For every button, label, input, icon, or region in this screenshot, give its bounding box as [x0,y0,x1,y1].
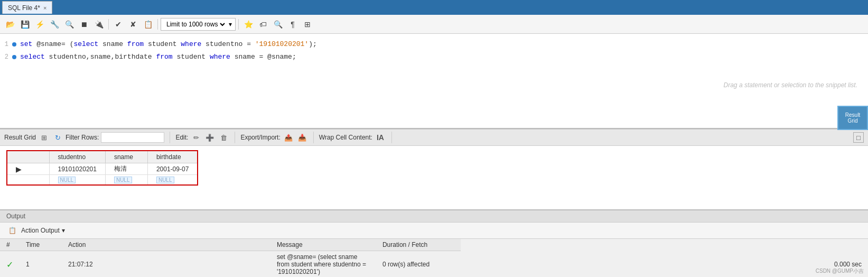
rollback-button[interactable]: ✘ [126,17,140,31]
sql-editor[interactable]: 1 set @sname= (select sname from student… [0,34,868,129]
separator2 [157,19,158,30]
col-head-duration: Duration / Fetch [376,239,461,251]
tab-label: SQL File 4* [8,4,40,12]
main-toolbar: 📂 💾 ⚡ 🔧 🔍 ⏹ 🔌 ✔ ✘ 📋 Limit to 1000 rows D… [0,15,868,34]
find-button[interactable]: 🔍 [271,17,285,31]
col-head-action: Action [62,239,270,251]
stop-button[interactable]: ⏹ [77,17,91,31]
col-header-sname: sname [105,151,147,163]
table-row: ▶ 19101020201 梅清 2001-09-07 [7,163,198,175]
kw-where1: where [181,40,201,48]
watermark: CSDN @GUMP小吉 [816,267,864,275]
cell-studentno-1: 19101020201 [49,163,105,175]
cell-sname-null: NULL [105,175,147,186]
tab-close-button[interactable]: × [43,5,46,11]
filter-rows-input[interactable] [101,132,164,143]
col-head-message: Message [270,239,376,251]
action-output-label: Action Output [21,227,60,234]
refresh-button[interactable]: ↻ [52,132,63,143]
execute-current-button[interactable]: 🔧 [48,17,61,31]
col-head-time: Time [20,239,62,251]
result-grid-section: Result Grid ⊞ ↻ Filter Rows: [4,132,170,143]
separator3 [238,19,239,30]
line-dot-1 [11,42,18,47]
tab-bar: SQL File 4* × [0,0,868,15]
star-button[interactable]: ⭐ [241,17,255,31]
result-table: studentno sname birthdate ▶ 19101020201 … [6,150,198,186]
col-header-studentno: studentno [49,151,105,163]
code-line-2: select studentno,sname,birthdate from st… [18,52,296,62]
commit-button[interactable]: ✔ [111,17,125,31]
snippet-hint: Drag a statement or selection to the sni… [724,81,857,89]
result-toolbar: Result Grid ⊞ ↻ Filter Rows: Edit: ✏ ➕ 🗑… [0,129,868,146]
str-value: '19101020201' [255,40,309,48]
format-button[interactable]: ¶ [286,17,300,31]
row-indicator: ▶ [7,163,49,175]
limit-dropdown[interactable]: Limit to 1000 rows Don't Limit Limit to … [164,20,227,29]
wrap-icon[interactable]: IA [375,132,386,143]
filter-rows-label: Filter Rows: [66,134,99,141]
output-num-1: 1 [20,251,62,278]
null-badge-1: NULL [58,177,76,183]
result-grid-content: studentno sname birthdate ▶ 19101020201 … [0,146,868,209]
result-grid-panel-button[interactable]: ResultGrid [837,106,868,130]
delete-row-button[interactable]: 🗑 [218,132,229,143]
add-row-button[interactable]: ➕ [204,132,216,143]
output-status-1: ✓ [0,251,20,278]
sql-file-tab[interactable]: SQL File 4* × [2,1,52,14]
snippet-button[interactable]: 📋 [141,17,155,31]
action-output-dropdown[interactable]: Action Output ▾ [21,227,65,234]
null-badge-2: NULL [114,177,132,183]
output-header: Output [0,210,868,223]
dropdown-chevron-icon: ▾ [62,227,65,234]
edit-pencil-button[interactable]: ✏ [190,132,202,143]
open-folder-button[interactable]: 📂 [3,17,17,31]
result-grid-label: Result Grid [4,134,36,141]
status-ok-icon-1: ✓ [6,260,13,269]
export-label: Export/Import: [240,134,280,141]
output-toolbar: 📋 Action Output ▾ [0,223,868,239]
output-time-1: 21:07:12 [62,251,270,278]
editor-line-1: 1 set @sname= (select sname from student… [0,38,868,51]
tag-button[interactable]: 🏷 [256,17,270,31]
var-sname: @sname [36,40,61,48]
kw-select2: select [20,53,45,61]
export-section: Export/Import: 📤 📥 [240,132,313,143]
eq-paren: = ( [61,40,73,48]
col-header-birthdate: birthdate [147,151,198,163]
kw-from1: from [127,40,144,48]
wrap-section: Wrap Cell Content: IA [319,132,392,143]
output-action-1: set @sname= (select sname from student w… [270,251,376,278]
export-button[interactable]: 📤 [283,132,294,143]
output-table: # Time Action Message Duration / Fetch ✓… [0,239,868,277]
col-head-num: # [0,239,20,251]
col-header-indicator [7,151,49,163]
execute-button[interactable]: ⚡ [33,17,46,31]
row-indicator-2 [7,175,49,186]
separator1 [108,19,109,30]
cell-birthdate-null: NULL [147,175,198,186]
output-message-1: 0 row(s) affected [376,251,461,278]
output-copy-button[interactable]: 📋 [6,225,18,236]
grid-view-button[interactable]: ⊞ [38,132,50,143]
reconnect-button[interactable]: 🔌 [92,17,106,31]
cell-birthdate-1: 2001-09-07 [147,163,198,175]
code-line-1: set @sname= (select sname from student w… [18,39,317,50]
save-button[interactable]: 💾 [18,17,32,31]
kw-where2: where [210,53,230,61]
dropdown-arrow-icon: ▾ [229,21,232,28]
explain-button[interactable]: 🔍 [62,17,76,31]
kw-set: set [20,40,36,48]
import-button[interactable]: 📥 [296,132,308,143]
edit-section: Edit: ✏ ➕ 🗑 [175,132,235,143]
kw-from2: from [156,53,172,61]
schema-button[interactable]: ⊞ [301,17,314,31]
edit-label: Edit: [175,134,188,141]
cell-sname-1: 梅清 [105,163,147,175]
maximize-button[interactable]: □ [853,132,864,143]
output-row-1: ✓ 1 21:07:12 set @sname= (select sname f… [0,251,868,278]
wrap-label: Wrap Cell Content: [319,134,372,141]
limit-select[interactable]: Limit to 1000 rows Don't Limit Limit to … [161,18,236,31]
table-row: NULL NULL NULL [7,175,198,186]
right-side-panel: ResultGrid [837,106,868,130]
